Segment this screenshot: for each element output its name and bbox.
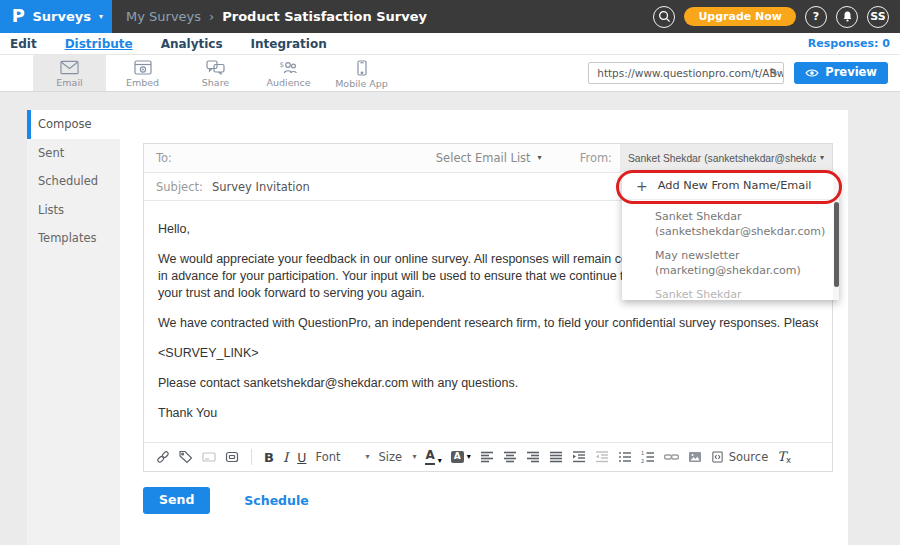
font-family-dropdown[interactable]: Font ▾ [315,450,369,464]
insert-image-icon[interactable] [688,450,702,464]
from-email-dropdown-menu: + Add New From Name/Email Sanket Shekdar… [622,172,839,300]
size-dropdown-label: Size [378,450,402,464]
app-window: P Surveys ▾ My Surveys › Product Satisfa… [0,0,900,545]
remove-format-x: x [786,455,791,465]
from-option-email: (sanketshekdar@shekdar.com) [655,224,825,239]
product-name: Surveys [32,9,91,24]
channel-tab-mobile-app[interactable]: Mobile App [325,55,398,91]
svg-text:1: 1 [641,450,644,456]
align-left-icon[interactable] [480,450,494,464]
hyperlink-icon[interactable] [664,450,679,464]
underline-button[interactable]: U [297,450,306,465]
add-new-from-option[interactable]: + Add New From Name/Email [622,172,839,200]
sidebar-item-lists[interactable]: Lists [27,196,120,225]
dropdown-scrollbar-track[interactable] [833,172,839,300]
toolbar-divider [251,449,252,465]
from-option-2[interactable]: May newsletter (marketing@shekdar.com) [622,239,839,278]
chat-bubbles-icon [206,60,225,75]
button-widget-icon[interactable] [225,450,239,464]
chevron-down-icon: ▾ [438,457,442,465]
eye-icon [805,68,819,78]
sidebar-item-sent[interactable]: Sent [27,139,120,168]
edit-url-icon[interactable]: ✎ [769,63,778,83]
source-button[interactable]: Source [711,450,769,464]
preview-label: Preview [825,67,877,79]
remove-format-button[interactable]: T x [777,449,791,465]
sidebar-item-scheduled[interactable]: Scheduled [27,167,120,196]
question-mark-icon: ? [813,10,819,23]
questionpro-logo: P [12,8,25,25]
from-option-email: (marketing@shekdar.com) [655,263,825,278]
notifications-button[interactable] [836,6,858,28]
tab-distribute[interactable]: Distribute [65,37,133,51]
plus-icon: + [636,179,648,193]
editor-toolbar: B I U Font ▾ Size ▾ A ▾ A ▾ [144,442,832,471]
insert-link-icon[interactable] [156,450,170,464]
background-color-letter: A [451,451,464,463]
audience-people-icon: $ [279,60,298,75]
source-code-icon [711,450,724,464]
survey-url-field[interactable]: https://www.questionpro.com/t/ABwxcZhl1 … [588,62,784,84]
text-color-letter: A [425,449,434,464]
help-button[interactable]: ? [805,6,827,28]
background-color-button[interactable]: A ▾ [451,451,471,463]
channel-tab-email[interactable]: Email [33,55,106,91]
upgrade-now-button[interactable]: Upgrade Now [684,7,796,26]
from-email-value: Sanket Shekdar (sanketshekdar@shekdar.co… [628,153,816,164]
body-paragraph-survey-link: <SURVEY_LINK> [158,345,818,362]
breadcrumb-current-survey: Product Satisfaction Survey [222,9,427,24]
align-justify-icon[interactable] [549,450,563,464]
indent-icon[interactable] [572,450,586,464]
tab-analytics[interactable]: Analytics [161,37,223,51]
product-switcher[interactable]: P Surveys ▾ [0,0,112,33]
from-option-3[interactable]: Sanket Shekdar (sanket@shekdar.com) [622,278,839,300]
channel-tab-label: Audience [266,77,310,88]
bold-button[interactable]: B [264,450,274,465]
merge-tag-icon[interactable] [179,450,193,464]
embed-window-icon [134,60,152,75]
preview-button[interactable]: Preview [794,62,888,84]
bell-icon [841,10,854,23]
channel-tab-share[interactable]: Share [179,55,252,91]
card-template-icon[interactable] [202,450,216,464]
svg-text:2: 2 [641,458,644,464]
from-option-name: Sanket Shekdar [655,287,825,300]
from-option-1[interactable]: Sanket Shekdar (sanketshekdar@shekdar.co… [622,200,839,239]
survey-link-box: https://www.questionpro.com/t/ABwxcZhl1 … [588,55,900,91]
channel-tab-label: Embed [126,77,159,88]
bullet-list-icon[interactable] [618,450,632,464]
numbered-list-icon[interactable]: 12 [641,450,655,464]
font-dropdown-label: Font [315,450,340,464]
avatar[interactable]: SS [867,6,889,28]
from-email-select[interactable]: Sanket Shekdar (sanketshekdar@shekdar.co… [620,144,832,172]
avatar-initials: SS [870,10,885,23]
font-size-dropdown[interactable]: Size ▾ [378,450,416,464]
tab-edit[interactable]: Edit [10,37,37,51]
send-button[interactable]: Send [143,487,210,514]
italic-button[interactable]: I [283,449,288,465]
from-option-name: Sanket Shekdar [655,209,825,224]
dropdown-scrollbar-thumb[interactable] [834,202,839,287]
subject-input[interactable]: Survey Invitation [212,180,310,194]
from-label: From: [580,151,612,165]
sidebar-item-templates[interactable]: Templates [27,224,120,253]
channel-tab-embed[interactable]: Embed [106,55,179,91]
channel-tab-audience[interactable]: $ Audience [252,55,325,91]
responses-count[interactable]: Responses: 0 [808,37,890,50]
select-email-list-dropdown[interactable]: Select Email List ▾ [436,151,542,165]
select-email-list-label: Select Email List [436,151,531,165]
sidebar-item-compose[interactable]: Compose [27,110,120,139]
search-button[interactable] [653,6,675,28]
add-new-from-label: Add New From Name/Email [658,179,812,192]
text-color-button[interactable]: A ▾ [425,449,441,464]
schedule-button[interactable]: Schedule [244,493,308,508]
chevron-down-icon: ▾ [99,13,103,21]
envelope-icon [60,60,79,75]
body-paragraph: Please contact sanketshekdar@shekdar.com… [158,375,818,392]
align-right-icon[interactable] [526,450,540,464]
tab-integration[interactable]: Integration [251,37,327,51]
breadcrumb-my-surveys[interactable]: My Surveys [126,9,201,24]
outdent-icon[interactable] [595,450,609,464]
align-center-icon[interactable] [503,450,517,464]
from-option-name: May newsletter [655,248,825,263]
